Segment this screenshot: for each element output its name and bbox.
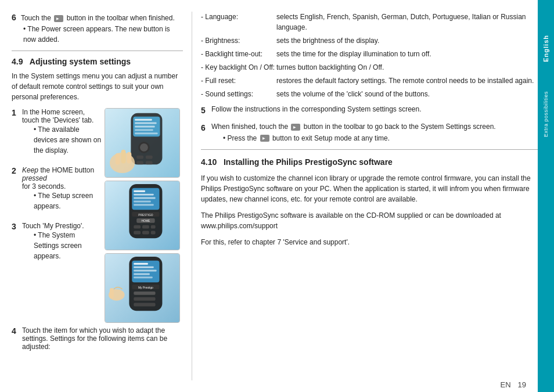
step6-number: 6 <box>12 13 16 22</box>
step5-block: Follow the instructions in the correspon… <box>211 104 538 115</box>
step1-number: 1 <box>12 108 22 117</box>
svg-rect-22 <box>134 194 153 196</box>
settings-list: - Language: selects English, French, Spa… <box>201 12 538 99</box>
step3-row: 3 Touch 'My Prestigo'. The System Settin… <box>12 222 102 261</box>
svg-rect-50 <box>110 288 114 299</box>
section49-title: Adjusting system settings <box>30 57 131 66</box>
svg-rect-40 <box>134 267 153 268</box>
svg-rect-13 <box>146 161 153 164</box>
settings-desc-key-backlight: turnes button backlighting On / Off. <box>276 62 538 73</box>
footer-bar: EN 19 <box>0 377 538 392</box>
svg-rect-30 <box>134 225 141 229</box>
device-image-3: My Prestigo <box>105 253 180 323</box>
step1-text: In the Home screen, touch the 'Devices' … <box>22 108 93 124</box>
step1-row: 1 In the Home screen, touch the 'Devices… <box>12 108 102 156</box>
svg-text:HOME: HOME <box>142 220 150 222</box>
step5-number: 5 <box>201 104 211 117</box>
step6-button-desc: button in the toolbar when finished. <box>67 14 175 22</box>
settings-item-sound: - Sound settings: sets the volume of the… <box>201 89 538 99</box>
step6-right-number: 6 <box>201 121 211 134</box>
sidebar-english-label: English <box>542 35 549 62</box>
settings-label-language: - Language: <box>201 12 276 33</box>
step2-text-a: Keep <box>22 166 38 174</box>
svg-rect-33 <box>134 231 141 235</box>
section410-intro: If you wish to customize the channel ico… <box>201 173 538 204</box>
device-image-2: PRESTIGO HOME <box>105 181 180 250</box>
section49-header: 4.9 Adjusting system settings <box>12 57 183 66</box>
settings-item-backlight-timeout: - Backlight time-out: sets the time for … <box>201 49 538 59</box>
svg-rect-47 <box>134 297 155 301</box>
step1-bullet: The available devices are shown on the d… <box>34 124 102 156</box>
step2-bullet: The Setup screen appears. <box>34 190 102 211</box>
svg-rect-7 <box>135 132 157 134</box>
svg-rect-32 <box>151 225 156 229</box>
step1-block: In the Home screen, touch the 'Devices' … <box>22 108 102 156</box>
step3-text: Touch 'My Prestigo'. <box>22 222 84 230</box>
svg-rect-11 <box>146 156 153 159</box>
svg-rect-41 <box>134 270 156 272</box>
right-content: - Language: selects English, French, Spa… <box>201 12 538 247</box>
svg-rect-6 <box>135 129 153 131</box>
svg-text:My Prestigo: My Prestigo <box>138 286 153 289</box>
settings-item-language: - Language: selects English, French, Spa… <box>201 12 538 33</box>
steps-left: 1 In the Home screen, touch the 'Devices… <box>12 108 102 323</box>
toolbar-icon-3 <box>260 135 269 142</box>
step3-bullet: The System Settings screen appears. <box>34 230 102 261</box>
step2-block: Keep the HOME button pressed for 3 secon… <box>22 166 102 211</box>
svg-rect-35 <box>151 231 156 235</box>
svg-rect-3 <box>135 119 152 121</box>
settings-label-sound: - Sound settings: <box>201 89 276 99</box>
svg-text:PRESTIGO: PRESTIGO <box>138 214 153 217</box>
settings-desc-backlight-timeout: sets the time for the display illuminati… <box>276 49 538 59</box>
step6-right-bullet: Press the button to exit Setup mode at a… <box>223 133 538 143</box>
svg-rect-5 <box>135 126 154 128</box>
svg-rect-46 <box>134 292 155 295</box>
section410-header: 4.10 Installing the Philips PrestigoSync… <box>201 156 538 168</box>
toolbar-button-icon <box>54 15 63 22</box>
svg-point-9 <box>140 143 148 152</box>
svg-rect-43 <box>134 276 152 278</box>
svg-rect-31 <box>142 225 149 229</box>
settings-item-brightness: - Brightness: sets the brightness of the… <box>201 35 538 46</box>
sidebar-extra-label: Extra possibilities <box>543 91 549 137</box>
step4-block: Touch the item for which you wish to ada… <box>22 326 183 351</box>
divider-2 <box>201 149 538 150</box>
step2-row: 2 Keep the HOME button pressed for 3 sec… <box>12 166 102 211</box>
step2-number: 2 <box>12 166 22 175</box>
svg-rect-16 <box>121 150 126 164</box>
svg-rect-4 <box>135 123 156 124</box>
settings-desc-full-reset: restores the default factory settings. T… <box>276 75 538 86</box>
step6-intro-text: Touch the <box>21 14 51 22</box>
steps-images-layout: 1 In the Home screen, touch the 'Devices… <box>12 108 183 323</box>
settings-desc-brightness: sets the brightness of the display. <box>276 35 538 46</box>
toolbar-icon-2 <box>291 124 300 131</box>
step5-text: Follow the instructions in the correspon… <box>211 105 422 113</box>
svg-rect-21 <box>134 190 145 192</box>
section49-number: 4.9 <box>12 57 23 66</box>
section410-title: Installing the Philips PrestigoSync soft… <box>224 157 393 167</box>
step6-bullet-text-a: Press the <box>228 134 257 142</box>
section410-text3: For this, refer to chapter 7 'Service an… <box>201 237 538 247</box>
page-container: 6 Touch the button in the toolbar when f… <box>0 0 554 392</box>
step6-right-row: 6 When finished, touch the button in the… <box>201 121 538 143</box>
settings-label-full-reset: - Full reset: <box>201 75 276 86</box>
step4-row: 4 Touch the item for which you wish to a… <box>12 326 183 351</box>
settings-label-key-backlight: - Key backlight On / Off: <box>201 62 276 73</box>
step6-bullet-text-b: button to exit Setup mode at any time. <box>272 134 390 142</box>
right-column: - Language: selects English, French, Spa… <box>192 12 538 380</box>
images-right: PRESTIGO HOME <box>105 108 183 323</box>
svg-rect-39 <box>134 263 148 265</box>
step6-bullet: The Power screen appears. The new button… <box>23 24 183 45</box>
settings-label-brightness: - Brightness: <box>201 35 276 46</box>
left-column: 6 Touch the button in the toolbar when f… <box>12 12 192 380</box>
settings-desc-sound: sets the volume of the 'click' sound of … <box>276 89 538 99</box>
step4-number: 4 <box>12 326 22 336</box>
step6-right-text-b: button in the toolbar to go back to the … <box>304 123 496 131</box>
step3-number: 3 <box>12 222 22 231</box>
footer-page-number: 19 <box>518 380 526 389</box>
footer-en-label: EN <box>500 380 510 389</box>
step6-right-text-a: When finished, touch the <box>211 123 288 131</box>
step2-text-d: for 3 seconds. <box>22 182 66 190</box>
section410-number: 4.10 <box>201 157 217 167</box>
svg-rect-25 <box>134 204 153 206</box>
